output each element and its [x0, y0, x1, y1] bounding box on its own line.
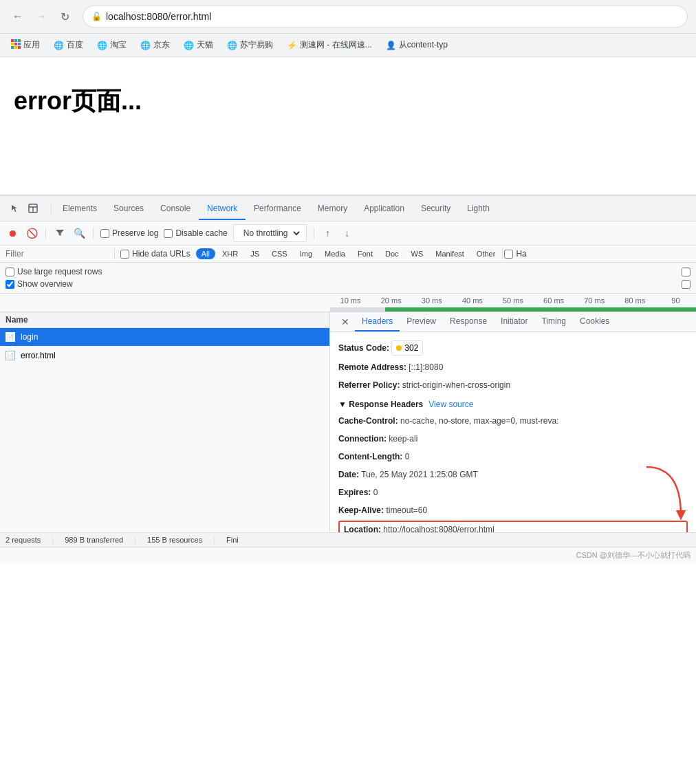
- referrer-policy-val: strict-origin-when-cross-origin: [402, 380, 510, 390]
- bookmark-taobao[interactable]: 🌐 淘宝: [91, 36, 132, 54]
- download-button[interactable]: ↓: [340, 226, 354, 240]
- apps-icon: [11, 39, 21, 51]
- status-badge: 302: [391, 340, 423, 356]
- filter-icon[interactable]: [53, 226, 67, 240]
- bookmark-apps-label: 应用: [23, 39, 40, 51]
- filter-tag-media[interactable]: Media: [319, 248, 351, 259]
- filter-tag-js[interactable]: JS: [245, 248, 265, 259]
- tab-sources[interactable]: Sources: [105, 198, 152, 220]
- hide-data-urls-label[interactable]: Hide data URLs: [120, 249, 191, 259]
- detail-content: Status Code: 302 Remote Address: [::1]:8…: [330, 332, 696, 532]
- upload-button[interactable]: ↑: [321, 226, 335, 240]
- ha-checkbox[interactable]: [504, 250, 513, 259]
- filter-divider-1: [114, 248, 115, 259]
- col-option-checkbox-2[interactable]: [682, 280, 690, 289]
- col-option-label-2[interactable]: [682, 280, 690, 289]
- status-finish: Fini: [226, 536, 239, 544]
- filter-tag-font[interactable]: Font: [352, 248, 378, 259]
- col-option-checkbox[interactable]: [682, 268, 690, 276]
- csdn-text: CSDN @刘德华—不小心就打代码: [576, 551, 690, 559]
- filter-tag-ws[interactable]: WS: [406, 248, 429, 259]
- tab-application[interactable]: Application: [356, 198, 413, 220]
- filter-tag-all[interactable]: All: [196, 248, 215, 259]
- bookmark-speedtest[interactable]: ⚡ 测速网 - 在线网速...: [281, 36, 378, 54]
- request-item-error[interactable]: 📄 error.html: [0, 347, 329, 365]
- svg-rect-6: [11, 46, 14, 49]
- forward-button[interactable]: →: [32, 7, 51, 26]
- filter-tag-xhr[interactable]: XHR: [217, 248, 243, 259]
- col-option-label[interactable]: [682, 268, 690, 276]
- status-transferred: 989 B transferred: [65, 536, 123, 544]
- throttle-select[interactable]: No throttling Fast 3G Slow 3G: [238, 226, 302, 240]
- filter-tag-other[interactable]: Other: [471, 248, 501, 259]
- tab-console[interactable]: Console: [152, 198, 199, 220]
- clear-button[interactable]: 🚫: [25, 226, 39, 240]
- disable-cache-label[interactable]: Disable cache: [164, 228, 227, 238]
- tab-network[interactable]: Network: [199, 198, 246, 220]
- lightning-icon: ⚡: [287, 41, 297, 50]
- large-rows-label[interactable]: Use large request rows: [6, 267, 102, 276]
- detail-tab-headers[interactable]: Headers: [355, 312, 400, 331]
- filter-tag-manifest[interactable]: Manifest: [430, 248, 470, 259]
- date-row: Date: Tue, 25 May 2021 1:25:08 GMT: [338, 466, 688, 483]
- bookmark-baidu-label: 百度: [67, 39, 83, 51]
- date-val: Tue, 25 May 2021 1:25:08 GMT: [361, 470, 478, 479]
- large-rows-checkbox[interactable]: [6, 268, 14, 276]
- location-key: Location:: [344, 525, 381, 532]
- reload-button[interactable]: ↻: [55, 7, 74, 26]
- address-bar[interactable]: 🔓 localhost:8080/error.html: [83, 6, 688, 28]
- panel-icon[interactable]: [26, 202, 40, 215]
- bookmark-apps[interactable]: 应用: [6, 36, 45, 54]
- detail-tab-cookies[interactable]: Cookies: [573, 312, 616, 331]
- referrer-policy-row: Referrer Policy: strict-origin-when-cros…: [338, 376, 688, 394]
- request-item-login[interactable]: 📄 login: [0, 328, 329, 347]
- detail-tab-initiator[interactable]: Initiator: [494, 312, 534, 331]
- mark-10ms: 10 ms: [330, 296, 371, 305]
- ha-label[interactable]: Ha: [504, 249, 526, 259]
- svg-rect-7: [14, 46, 17, 49]
- status-divider-2: |: [134, 536, 136, 544]
- timeline-ruler: 10 ms 20 ms 30 ms 40 ms 50 ms 60 ms 70 m…: [330, 294, 696, 307]
- status-resources: 155 B resources: [147, 536, 202, 544]
- search-button[interactable]: 🔍: [72, 226, 86, 240]
- options-row-2: Show overview: [6, 278, 690, 290]
- filter-divider-2: [502, 248, 503, 259]
- bookmark-suning[interactable]: 🌐 苏宁易购: [221, 36, 279, 54]
- bookmark-content[interactable]: 👤 从content-typ: [380, 36, 453, 54]
- filter-tag-img[interactable]: Img: [294, 248, 318, 259]
- filter-input[interactable]: [6, 249, 109, 259]
- detail-tab-timing[interactable]: Timing: [534, 312, 573, 331]
- tab-security[interactable]: Security: [413, 198, 459, 220]
- hide-data-urls-checkbox[interactable]: [120, 250, 129, 259]
- show-overview-checkbox[interactable]: [6, 280, 14, 289]
- tab-elements[interactable]: Elements: [54, 198, 105, 220]
- filter-tag-doc[interactable]: Doc: [380, 248, 404, 259]
- back-button[interactable]: ←: [8, 7, 28, 26]
- filter-tag-css[interactable]: CSS: [266, 248, 293, 259]
- status-dot: [396, 345, 402, 351]
- mark-90ms: 90: [655, 296, 696, 305]
- tab-memory[interactable]: Memory: [309, 198, 356, 220]
- location-val: http://localhost:8080/error.html: [383, 525, 494, 532]
- bookmark-jd[interactable]: 🌐 京东: [135, 36, 175, 54]
- detail-tab-response[interactable]: Response: [443, 312, 494, 331]
- bookmark-baidu[interactable]: 🌐 百度: [48, 36, 89, 54]
- record-button[interactable]: ⏺: [6, 226, 19, 240]
- view-source-link[interactable]: View source: [428, 400, 473, 409]
- timeline-bar: 10 ms 20 ms 30 ms 40 ms 50 ms 60 ms 70 m…: [0, 294, 696, 312]
- preserve-log-checkbox[interactable]: [100, 229, 109, 238]
- close-detail-button[interactable]: ✕: [336, 312, 355, 331]
- disable-cache-checkbox[interactable]: [164, 229, 173, 238]
- show-overview-label[interactable]: Show overview: [6, 279, 73, 289]
- detail-tab-preview[interactable]: Preview: [400, 312, 443, 331]
- preserve-log-label[interactable]: Preserve log: [100, 228, 158, 238]
- svg-rect-8: [18, 46, 21, 49]
- svg-rect-1: [14, 39, 17, 42]
- bookmark-tmall[interactable]: 🌐 天猫: [178, 36, 219, 54]
- toolbar-divider-2: [93, 228, 94, 239]
- tab-lighthouse[interactable]: Lighth: [459, 198, 498, 220]
- bookmark-speedtest-label: 测速网 - 在线网速...: [300, 39, 372, 51]
- options-row-1: Use large request rows: [6, 265, 690, 278]
- tab-performance[interactable]: Performance: [246, 198, 309, 220]
- cursor-icon[interactable]: [8, 202, 22, 215]
